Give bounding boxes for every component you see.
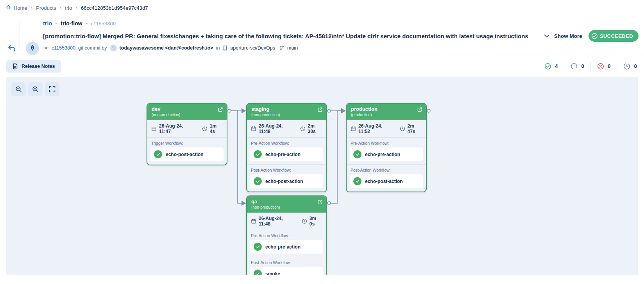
external-link-icon[interactable]: [218, 107, 223, 114]
env-meta-row: 26-Aug-24, 11:522m 47s: [347, 120, 426, 138]
workflow-name: smoke: [265, 271, 280, 275]
rocket-icon: [26, 42, 39, 55]
workflow-section-label: Pre-Action Workflow:: [351, 141, 422, 146]
breadcrumb-item-product[interactable]: trio: [65, 5, 72, 11]
workflow-row[interactable]: smoke: [250, 267, 323, 275]
header-content: trio trio-flow c11553800 [promotion:trio…: [43, 20, 639, 52]
env-card-qa[interactable]: qa(non-production)26-Aug-24, 11:483m 0sP…: [246, 195, 327, 275]
env-type: (production): [351, 112, 417, 117]
env-duration: 3m 0s: [309, 216, 322, 227]
workflow-name: echo-post-action: [166, 152, 204, 157]
show-more-button[interactable]: Show More: [554, 33, 582, 39]
count-divider: [590, 62, 591, 71]
env-card-header: production(production): [347, 104, 426, 120]
duration-icon: [302, 218, 307, 224]
env-name: qa: [251, 199, 317, 205]
workflow-row[interactable]: echo-pre-action: [350, 147, 423, 161]
commit-by-label: git commit by: [78, 45, 107, 51]
env-date: 26-Aug-24, 11:48: [259, 216, 295, 227]
zoom-in-button[interactable]: [28, 82, 43, 96]
breadcrumb-separator: ›: [75, 5, 77, 11]
workflow-section: Post-Action Workflow:echo-post-action: [247, 165, 326, 192]
count-failed: 0: [597, 63, 611, 70]
external-link-icon[interactable]: [317, 199, 323, 206]
chevron-down-icon[interactable]: [542, 32, 551, 40]
branch-icon: [279, 45, 284, 51]
badge-check-icon: [591, 33, 598, 39]
workflow-section: Pre-Action Workflow:echo-pre-action: [247, 138, 326, 165]
env-card-header: staging(non-production): [247, 104, 326, 120]
duration-icon: [202, 126, 208, 131]
workflow-row[interactable]: echo-pre-action: [250, 147, 323, 161]
release-toolbar: Release Notes 4 0: [0, 55, 644, 77]
workflow-section: Pre-Action Workflow:echo-pre-action: [247, 230, 326, 257]
external-link-icon[interactable]: [417, 107, 422, 114]
external-link-icon[interactable]: [317, 107, 323, 114]
env-card-header: dev(non-production): [147, 104, 227, 120]
workflow-name: echo-post-action: [365, 179, 403, 184]
workflow-name: echo-pre-action: [265, 152, 301, 157]
zoom-out-button[interactable]: [11, 82, 26, 96]
status-badge-label: SUCCEEDED: [600, 33, 633, 39]
workflow-success-icon: [254, 150, 262, 158]
workflow-section: Trigger Workflow:echo-post-action: [147, 138, 227, 165]
workflow-row[interactable]: echo-post-action: [350, 174, 423, 188]
release-notes-button[interactable]: Release Notes: [6, 60, 61, 73]
breadcrumb-item-home[interactable]: Home: [5, 4, 27, 11]
message-divider: [536, 32, 536, 40]
branch-name: main: [287, 45, 298, 51]
product-link[interactable]: trio: [43, 20, 52, 27]
breadcrumb-separator: ›: [60, 5, 62, 11]
env-meta-row: 26-Aug-24, 11:471m 4s: [147, 120, 227, 138]
fit-view-button[interactable]: [45, 82, 59, 96]
workflow-name: echo-pre-action: [265, 244, 301, 250]
env-name: staging: [251, 106, 317, 112]
commit-author: todaywasawesome <dan@codefresh.io>: [120, 45, 213, 51]
workflow-row[interactable]: echo-post-action: [250, 174, 323, 188]
workflow-success-icon: [254, 270, 262, 275]
duration-icon: [300, 126, 306, 131]
workflow-success-icon: [254, 177, 262, 185]
env-meta-row: 26-Aug-24, 11:482m 30s: [247, 120, 326, 138]
spinner-icon: [571, 63, 578, 70]
count-value: 0: [608, 63, 611, 69]
title-row: trio trio-flow c11553800: [43, 20, 639, 27]
dot-separator: [86, 23, 88, 24]
status-badge: SUCCEEDED: [589, 30, 639, 42]
count-value: 0: [634, 63, 637, 69]
calendar-icon: [251, 126, 256, 131]
count-succeeded: 4: [544, 63, 558, 70]
canvas-controls: [11, 82, 59, 96]
env-type: (non-production): [152, 112, 218, 117]
env-duration: 2m 30s: [308, 123, 322, 134]
env-duration: 2m 47s: [408, 123, 422, 134]
workflow-row[interactable]: echo-post-action: [150, 147, 224, 161]
avatar: [110, 44, 117, 51]
env-duration: 1m 4s: [210, 123, 223, 134]
workflow-name: echo-pre-action: [365, 152, 400, 157]
breadcrumb: Home › Products › trio › 66cc412853b1d95…: [0, 0, 644, 16]
error-circle-icon: [597, 63, 604, 70]
commit-link[interactable]: c11553800: [52, 45, 75, 51]
workflow-section-label: Post-Action Workflow:: [351, 168, 422, 172]
repo-icon: [222, 45, 227, 51]
count-running: 0: [571, 63, 584, 70]
env-card-production[interactable]: production(production)26-Aug-24, 11:522m…: [346, 103, 427, 192]
header-divider: [20, 20, 20, 51]
workflow-success-icon: [353, 177, 361, 185]
flow-name: trio-flow: [61, 20, 82, 27]
home-icon: [5, 4, 11, 11]
env-card-dev[interactable]: dev(non-production)26-Aug-24, 11:471m 4s…: [147, 103, 227, 165]
breadcrumb-item-products[interactable]: Products: [36, 5, 56, 11]
back-button[interactable]: [7, 43, 17, 53]
in-label: in: [216, 45, 220, 51]
workflow-section: Post-Action Workflow:smoke: [247, 257, 326, 275]
count-divider: [564, 62, 564, 71]
count-value: 4: [555, 63, 558, 69]
env-card-staging[interactable]: staging(non-production)26-Aug-24, 11:482…: [246, 103, 327, 192]
dot-separator: [55, 23, 57, 24]
breadcrumb-separator: ›: [31, 5, 33, 11]
env-type: (non-production): [251, 112, 317, 117]
workflow-row[interactable]: echo-pre-action: [250, 240, 323, 254]
check-circle-icon: [544, 63, 551, 70]
